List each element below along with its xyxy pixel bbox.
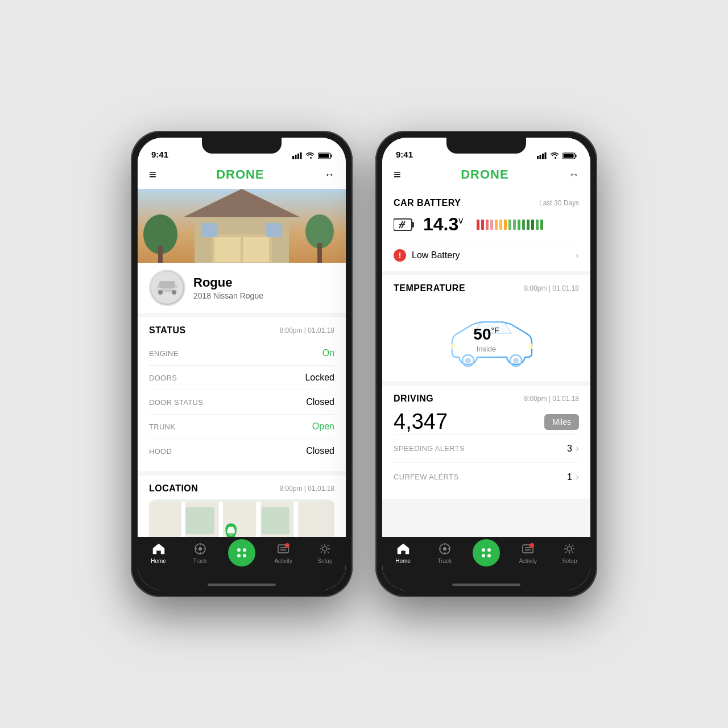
- temp-time: 8:00pm | 01.01.18: [524, 284, 579, 292]
- doors-label: DOORS: [149, 374, 177, 382]
- svg-point-81: [487, 548, 491, 552]
- location-section: LOCATION 8:00pm | 01.01.18: [138, 475, 346, 537]
- svg-rect-0: [292, 156, 294, 159]
- svg-rect-2: [297, 154, 299, 159]
- speeding-value: 3 ›: [567, 442, 579, 454]
- home-icon-1: [151, 541, 166, 556]
- scroll-content-1[interactable]: Rogue 2018 Nissan Rogue STATUS 8:00pm | …: [138, 189, 346, 537]
- speeding-count: 3: [567, 444, 572, 454]
- tab-setup-2[interactable]: Setup: [549, 541, 590, 564]
- trunk-label: TRUNK: [149, 423, 175, 431]
- bar-7: [504, 220, 507, 230]
- bar-14: [536, 220, 539, 230]
- setup-icon-2: [562, 541, 577, 556]
- status-row-doors: DOORS Locked: [149, 366, 334, 390]
- status-icons-1: [292, 152, 332, 159]
- location-title: LOCATION: [149, 483, 198, 494]
- battery-row: 14.3v: [394, 214, 579, 235]
- temp-header: TEMPERATURE 8:00pm | 01.01.18: [394, 283, 579, 293]
- tab-home-1[interactable]: Home: [138, 541, 179, 564]
- alert-left: ! Low Battery: [394, 249, 460, 262]
- tab-home-2[interactable]: Home: [382, 541, 424, 564]
- speeding-alerts-row[interactable]: SPEEDING ALERTS 3 ›: [394, 434, 579, 462]
- tab-activity-2[interactable]: Activity: [507, 541, 549, 564]
- header-2: ≡ DRONE ↔: [382, 163, 590, 189]
- driving-title: DRIVING: [394, 394, 433, 404]
- tab-label-setup-1: Setup: [317, 558, 332, 564]
- svg-rect-1: [295, 155, 297, 159]
- battery-time-label: Last 30 Days: [539, 199, 579, 207]
- status-row-hood: HOOD Closed: [149, 439, 334, 463]
- vehicle-info: Rogue 2018 Nissan Rogue: [193, 275, 334, 300]
- center-btn-2[interactable]: [473, 539, 500, 566]
- wifi-icon: [305, 152, 315, 159]
- bar-2: [481, 220, 484, 230]
- status-title: STATUS: [149, 325, 186, 336]
- tab-track-1[interactable]: Track: [179, 541, 221, 564]
- map-svg: [149, 499, 334, 537]
- logo-2: DRONE: [461, 167, 508, 182]
- arrow-icon-2[interactable]: ↔: [569, 169, 579, 181]
- svg-point-51: [243, 554, 246, 557]
- svg-rect-13: [201, 223, 217, 237]
- svg-rect-59: [545, 152, 547, 159]
- phone-2: 9:41: [375, 131, 597, 597]
- driving-section: DRIVING 8:00pm | 01.01.18 4,347 Miles SP…: [382, 386, 590, 499]
- menu-icon-2[interactable]: ≡: [394, 167, 401, 182]
- svg-rect-56: [537, 156, 539, 159]
- menu-icon-1[interactable]: ≡: [149, 167, 156, 182]
- temp-inside: Inside: [473, 345, 499, 353]
- svg-rect-57: [540, 155, 541, 159]
- battery-bars: [477, 220, 543, 230]
- svg-point-75: [443, 547, 446, 551]
- svg-rect-22: [159, 281, 175, 288]
- engine-label: ENGINE: [149, 349, 179, 358]
- phone-1: 9:41: [131, 131, 353, 597]
- svg-rect-26: [173, 288, 177, 290]
- notch-1: [202, 138, 282, 154]
- home-icon-2: [396, 541, 411, 556]
- car-temp-visual: 50°F Inside: [394, 299, 579, 373]
- vehicle-name: Rogue: [193, 275, 334, 290]
- bar-6: [499, 220, 502, 230]
- curfew-value: 1 ›: [567, 471, 579, 483]
- tab-track-2[interactable]: Track: [424, 541, 465, 564]
- bar-9: [513, 220, 516, 230]
- track-icon-1: [193, 541, 208, 556]
- battery-title: CAR BATTERY: [394, 198, 461, 208]
- tab-center-2[interactable]: [465, 541, 507, 566]
- driving-miles-row: 4,347 Miles: [394, 410, 579, 434]
- center-btn-1[interactable]: [228, 539, 255, 566]
- chevron-speeding: ›: [576, 442, 579, 454]
- wifi-icon-2: [550, 152, 559, 159]
- alert-warning-icon: !: [394, 249, 406, 262]
- svg-point-24: [172, 290, 176, 295]
- svg-rect-25: [157, 288, 162, 290]
- tab-label-setup-2: Setup: [562, 558, 577, 564]
- status-row-engine: ENGINE On: [149, 341, 334, 366]
- trunk-value: Open: [312, 421, 334, 432]
- svg-rect-64: [412, 222, 414, 228]
- time-1: 9:41: [151, 150, 168, 159]
- status-header: STATUS 8:00pm | 01.01.18: [149, 325, 334, 336]
- home-bar-2: [452, 584, 520, 586]
- bar-12: [527, 220, 530, 230]
- door-status-value: Closed: [306, 397, 334, 407]
- low-battery-alert-row[interactable]: ! Low Battery ›: [394, 242, 579, 262]
- tab-setup-1[interactable]: Setup: [304, 541, 346, 564]
- arrow-icon-1[interactable]: ↔: [324, 169, 334, 181]
- tab-activity-1[interactable]: Activity: [263, 541, 304, 564]
- activity-icon-2: [520, 541, 535, 556]
- tab-bar-1: Home Track: [138, 537, 346, 581]
- bar-1: [477, 220, 479, 230]
- hero-image-1: [138, 189, 346, 263]
- scroll-content-2[interactable]: CAR BATTERY Last 30 Days 14.3v: [382, 189, 590, 537]
- curfew-alerts-row[interactable]: CURFEW ALERTS 1 ›: [394, 462, 579, 491]
- miles-badge[interactable]: Miles: [544, 414, 579, 430]
- temp-display: 50°F Inside: [473, 325, 499, 353]
- home-bar-1: [208, 584, 276, 586]
- svg-rect-6: [319, 154, 329, 158]
- tab-center-1[interactable]: [221, 541, 262, 566]
- map-container[interactable]: [149, 499, 334, 537]
- voltage-value: 14.3v: [423, 214, 463, 235]
